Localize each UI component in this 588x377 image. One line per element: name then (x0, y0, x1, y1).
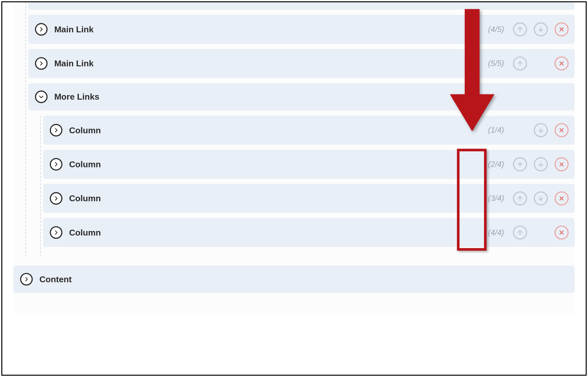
list-item-content[interactable]: Content (13, 266, 575, 293)
chevron-right-icon (24, 276, 29, 282)
list-item-main-link[interactable]: Main Link (4/5) (28, 15, 575, 44)
move-up-button[interactable] (513, 57, 527, 71)
delete-button[interactable] (555, 225, 569, 239)
expand-toggle[interactable] (50, 158, 62, 171)
arrow-up-icon (517, 229, 523, 236)
close-icon (558, 195, 565, 202)
item-counter: (5/5) (488, 59, 504, 68)
item-label: Main Link (54, 25, 481, 35)
item-label: Column (69, 227, 481, 238)
expand-toggle[interactable] (50, 226, 62, 239)
editor-panel: Main Link (4/5) Main Link (5/5) (2, 2, 586, 326)
item-counter: (2/4) (488, 160, 504, 169)
arrow-down-icon (537, 26, 544, 33)
expand-toggle[interactable] (20, 273, 33, 286)
collapse-toggle[interactable] (35, 90, 48, 103)
chevron-right-icon (38, 26, 44, 32)
move-down-button[interactable] (534, 22, 548, 36)
item-label: More Links (54, 92, 569, 102)
chevron-down-icon (38, 94, 44, 100)
chevron-right-icon (53, 230, 59, 236)
list-item-column[interactable]: Column (1/4) (43, 116, 575, 145)
arrow-up-icon (517, 60, 523, 67)
delete-button[interactable] (555, 191, 569, 205)
move-up-button[interactable] (513, 225, 527, 239)
expand-toggle[interactable] (35, 23, 48, 36)
delete-button[interactable] (555, 57, 569, 71)
arrow-down-icon (537, 195, 544, 202)
expand-toggle[interactable] (50, 192, 62, 205)
close-icon (558, 161, 565, 168)
arrow-down-icon (537, 127, 544, 133)
delete-button[interactable] (555, 22, 569, 36)
move-down-button[interactable] (534, 157, 548, 171)
close-icon (558, 127, 565, 133)
nested-group-level-2: Column (1/4) Column (2/4) (43, 116, 575, 256)
move-up-button[interactable] (513, 157, 527, 171)
move-up-button[interactable] (513, 191, 527, 205)
move-down-button[interactable] (534, 123, 548, 137)
arrow-up-icon (517, 161, 523, 168)
item-counter: (4/4) (488, 228, 504, 237)
list-item-main-link[interactable]: Main Link (5/5) (28, 49, 575, 78)
list-item-column[interactable]: Column (4/4) (43, 218, 575, 247)
chevron-right-icon (53, 127, 59, 133)
item-label: Main Link (54, 58, 481, 69)
expand-toggle[interactable] (35, 57, 48, 70)
arrow-up-icon (517, 26, 523, 33)
item-label: Content (39, 274, 568, 284)
list-item (28, 2, 575, 10)
close-icon (558, 229, 565, 236)
move-down-button[interactable] (534, 191, 548, 205)
arrow-up-icon (517, 195, 523, 202)
expand-toggle[interactable] (50, 124, 62, 137)
nested-group-level-1: Main Link (4/5) Main Link (5/5) (28, 2, 575, 257)
item-counter: (4/5) (488, 25, 504, 34)
chevron-right-icon (53, 161, 59, 167)
list-item-more-links[interactable]: More Links (28, 83, 575, 110)
item-label: Column (69, 159, 481, 170)
item-label: Column (69, 193, 481, 204)
list-item-column[interactable]: Column (2/4) (43, 150, 575, 179)
top-level-group: Content (13, 266, 575, 293)
item-counter: (3/4) (488, 194, 504, 203)
close-icon (558, 26, 565, 33)
close-icon (558, 60, 565, 67)
arrow-down-icon (537, 161, 544, 168)
item-counter: (1/4) (488, 126, 504, 135)
item-label: Column (69, 125, 481, 135)
chevron-right-icon (38, 60, 44, 66)
block-list: Main Link (4/5) Main Link (5/5) (13, 2, 575, 313)
list-item-column[interactable]: Column (3/4) (43, 184, 575, 213)
delete-button[interactable] (555, 157, 569, 171)
move-up-button[interactable] (513, 22, 527, 36)
delete-button[interactable] (555, 123, 569, 137)
chevron-right-icon (53, 195, 59, 201)
